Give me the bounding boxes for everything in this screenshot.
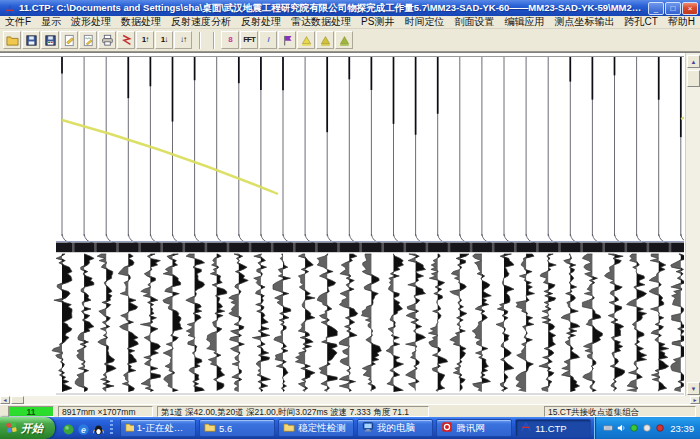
screen: 11.CTP: C:\Documents and Settings\sha\桌面… [0,0,700,439]
draw-line-button[interactable]: / [259,31,277,49]
statusbar-spacer [433,406,540,417]
foldersm-icon [283,421,295,435]
horizontal-scrollbar[interactable]: ◄ ► [0,396,700,404]
title-bar: 11.CTP: C:\Documents and Settings\sha\桌面… [0,0,700,16]
foldersm-icon [125,421,134,435]
print-button[interactable] [98,31,116,49]
trace-display-down-button[interactable]: 1↓ [155,31,173,49]
wave-edit-button[interactable] [60,31,78,49]
hscrollbar-thumb[interactable] [11,396,24,404]
green-status-icon[interactable] [629,419,639,437]
highlight-button[interactable] [297,31,315,49]
status-bar: 11 8917mm ×1707mm 第1道 深42.00,第20道 深21.00… [0,404,700,417]
task-button-5[interactable]: 腾讯网 [436,419,512,437]
start-button[interactable]: 开始 [0,417,55,439]
save-button[interactable] [22,31,40,49]
seismic-plot[interactable] [0,53,684,397]
red-status-icon[interactable] [655,419,665,437]
menu-item-7[interactable]: 雷达数据处理 [286,15,356,29]
save-image-button[interactable] [41,31,59,49]
menu-item-13[interactable]: 跨孔CT [619,15,662,29]
task-button-6[interactable]: 11.CTP [515,419,591,437]
keyboard-icon[interactable] [603,419,613,437]
volume-icon[interactable] [616,419,626,437]
task-label: 5.6 [219,423,232,434]
quick-launch-divider [110,420,113,436]
shot-marker-button[interactable] [117,31,135,49]
menu-item-14[interactable]: 帮助H [663,15,700,29]
qq-icon[interactable] [92,422,105,435]
trace-display-up-button[interactable]: 1↑ [136,31,154,49]
task-label: 11.CTP [535,423,567,434]
menu-item-2[interactable]: 显示 [36,15,66,29]
start-label: 开始 [21,421,43,436]
open-file-button[interactable] [3,31,21,49]
scroll-up-icon[interactable]: ▲ [687,55,700,68]
menu-item-6[interactable]: 反射处理 [236,15,286,29]
menu-item-1[interactable]: 文件F [0,15,36,29]
task-label: 稳定性检测 [298,422,346,435]
maximize-button[interactable]: □ [665,2,681,15]
scroll-right-icon[interactable]: ► [690,396,700,404]
task-label: 腾讯网 [456,422,485,435]
task-label: 我的电脑 [377,422,415,435]
app-icon [4,2,16,14]
computer-icon [362,421,374,435]
task-button-1[interactable]: 1-正在处理的数据 [120,419,196,437]
trace-readout: 第1道 深42.00,第20道 深21.00,时间3.027ms 波速 7.33… [157,406,429,417]
fft-button[interactable]: FFT [240,31,258,49]
scale-indicator: 11 [8,406,54,417]
menu-item-10[interactable]: 剖面设置 [449,15,499,29]
menu-item-11[interactable]: 编辑应用 [499,15,549,29]
quick-launch-bar: e [55,420,117,436]
scroll-down-icon[interactable]: ▼ [687,382,700,395]
vertical-scrollbar[interactable]: ▲ ▼ [685,53,700,397]
ie-icon[interactable]: e [77,422,90,435]
task-button-2[interactable]: 5.6 [199,419,275,437]
system-tray: 23:39 [594,417,700,439]
tray-icons [603,419,665,437]
svg-text:e: e [81,424,86,434]
task-button-3[interactable]: 稳定性检测 [278,419,354,437]
taskbar: 开始 e 1-正在处理的数据5.6稳定性检测我的电脑腾讯网11.CTP 23:3… [0,417,700,439]
trace-swap-button[interactable]: ↓↑ [174,31,192,49]
export-a-button[interactable] [316,31,334,49]
export-b-button[interactable] [335,31,353,49]
menu-bar: 文件F显示波形处理数据处理反射速度分析反射处理雷达数据处理PS测井时间定位剖面设… [0,16,700,29]
menu-item-8[interactable]: PS测井 [356,15,399,29]
menu-item-5[interactable]: 反射速度分析 [166,15,236,29]
gray-status-icon[interactable] [642,419,652,437]
taskbar-clock: 23:39 [668,423,694,434]
menu-item-3[interactable]: 波形处理 [66,15,116,29]
ctp-icon [520,421,532,435]
toolbar-separator [199,32,201,49]
task-button-strip: 1-正在处理的数据5.6稳定性检测我的电脑腾讯网11.CTP [117,419,594,437]
vscrollbar-thumb[interactable] [687,70,700,87]
window-controls: _ □ × [648,2,698,15]
menu-item-12[interactable]: 测点坐标输出 [549,15,619,29]
tencent-icon [441,421,453,435]
desktop-icon[interactable] [62,422,75,435]
menu-item-4[interactable]: 数据处理 [116,15,166,29]
windows-logo-icon [5,421,18,436]
window-title: 11.CTP: C:\Documents and Settings\sha\桌面… [19,2,645,15]
task-button-4[interactable]: 我的电脑 [357,419,433,437]
toolbar: 1↑1↓↓↑8FFT/ [0,29,700,52]
task-label: 1-正在处理的数据 [137,422,191,435]
flag-marker-button[interactable] [278,31,296,49]
size-readout: 8917mm ×1707mm [58,406,153,417]
wave-edit-2-button[interactable] [79,31,97,49]
minimize-button[interactable]: _ [648,2,664,15]
first-break-pick-button[interactable]: 8 [221,31,239,49]
seismic-plot-area[interactable]: ▲ ▼ [0,52,700,396]
menu-item-9[interactable]: 时间定位 [399,15,449,29]
toolbar-separator [213,32,215,49]
scroll-left-icon[interactable]: ◄ [0,396,10,404]
foldersm-icon [204,421,216,435]
mode-readout: 15.CT共接收点道集组合 [544,406,696,417]
close-button[interactable]: × [682,2,698,15]
